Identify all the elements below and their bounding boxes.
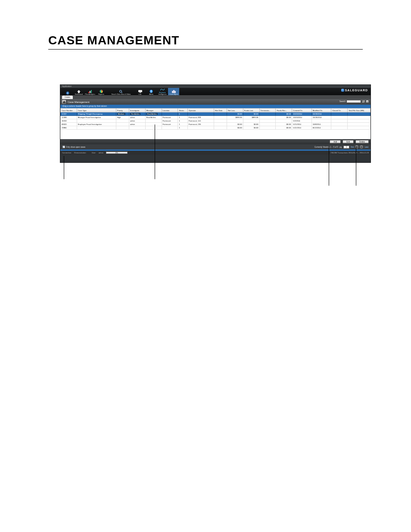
pager-page-label: pg. — [339, 146, 342, 148]
svg-rect-2 — [90, 91, 90, 93]
nav-case-mgmt[interactable]: Case Mgmt — [168, 88, 179, 95]
status-user-value: admin — [99, 152, 103, 154]
cell-closed_on — [331, 116, 348, 119]
cell-case_type: Manager Fraud Investigation — [77, 116, 116, 119]
tab-cases[interactable]: Cases — [62, 96, 73, 99]
col-location[interactable]: Location — [162, 109, 178, 112]
pager-next[interactable]: ► — [360, 145, 363, 149]
pager-last[interactable]: Last — [364, 146, 368, 148]
svg-point-5 — [120, 90, 122, 92]
col-priority[interactable]: Priority — [116, 109, 129, 112]
table-row[interactable]: 89020Employee Fraud InvestigationadminFa… — [61, 123, 371, 126]
cell-manager — [145, 119, 162, 123]
svg-rect-15 — [173, 90, 174, 91]
cell-closed_on — [331, 112, 348, 116]
pager-summary: Currently Viewing 1 – 5 of 5 — [314, 146, 338, 148]
col-investigator[interactable]: Investigator — [129, 109, 145, 112]
svg-rect-3 — [91, 90, 92, 93]
cell-funds_rec: $0.00 — [276, 126, 292, 130]
pager-page-input[interactable]: 1 — [343, 146, 349, 149]
cell-created_on: 10/20/2014 — [292, 116, 311, 119]
cell-modified_on: 8/22/2014 — [311, 126, 331, 130]
search-submit-button[interactable] — [362, 100, 365, 103]
lower-bar: Only show open cases Currently Viewing 1… — [60, 144, 371, 149]
table-row[interactable]: 12207Shipping / Freight DiscrepancyMediu… — [61, 112, 371, 116]
nav-search-data-video[interactable]: Search Data Search Video — [110, 88, 132, 95]
status-progress-pct: 0% — [115, 152, 118, 154]
cell-created_on: 5/2/2014 — [292, 119, 311, 123]
svg-rect-16 — [63, 102, 65, 103]
nav-dashboard[interactable]: Dashboard — [73, 88, 84, 95]
annotation-line-1 — [64, 156, 64, 179]
search-clear-button[interactable]: × — [366, 100, 369, 103]
col-manager[interactable]: Manager — [145, 109, 162, 112]
pager-first[interactable]: first — [351, 146, 354, 148]
cell-priority: High — [116, 116, 129, 119]
cell-case_type: Employee Fraud Investigation — [77, 123, 116, 126]
status-progress-bar: 0% — [106, 152, 128, 154]
cell-status: 1 — [178, 116, 188, 119]
edit-button[interactable]: Edit — [342, 140, 354, 143]
col-funds-rec[interactable]: Funds Rec... — [276, 109, 292, 112]
table-header-row: Case Number Case Type Priority Investiga… — [61, 109, 371, 112]
svg-rect-13 — [151, 92, 151, 93]
svg-rect-12 — [151, 90, 151, 92]
magnifier-icon — [119, 90, 123, 93]
cell-priority: Medium — [116, 112, 129, 116]
table-row[interactable]: 298841$0.00$0.00$0.005/22/20148/22/2014 — [61, 126, 371, 130]
table-row[interactable]: 16310adminFairmount1Fairmount, 1415/2/20… — [61, 119, 371, 123]
table-row[interactable]: 12398Manager Fraud InvestigationHighadmi… — [61, 116, 371, 119]
cell-hire_date — [214, 116, 227, 119]
col-termination[interactable]: Terminatio... — [259, 109, 276, 112]
cell-termination — [259, 126, 276, 130]
back-button[interactable] — [62, 88, 73, 95]
col-file-size[interactable]: Total File Size (MB) — [347, 109, 370, 112]
col-case-number[interactable]: Case Number — [61, 109, 77, 112]
cell-priority — [116, 123, 129, 126]
cell-funds_lost: $899.36 — [243, 116, 259, 119]
cell-manager: Brad Ackles — [145, 112, 162, 116]
cell-investigator: Tim Ackles — [129, 112, 145, 116]
cell-created_on: 5/21/2014 — [292, 123, 311, 126]
cell-status: 1 — [178, 119, 188, 123]
action-bar: Add Edit Delete — [60, 139, 371, 144]
alert-icon — [149, 90, 153, 93]
search-input[interactable] — [346, 100, 361, 103]
cell-location — [162, 126, 178, 130]
col-funds-lost[interactable]: Funds Lost — [243, 109, 259, 112]
col-net-loss[interactable]: Net Loss — [227, 109, 243, 112]
col-hire-date[interactable]: Hire Date — [214, 109, 227, 112]
case-panel-icon — [62, 100, 66, 104]
add-button[interactable]: Add — [330, 140, 341, 143]
col-operator[interactable]: Operator — [188, 109, 214, 112]
nav-live[interactable]: Live — [134, 88, 146, 95]
delete-button[interactable]: Delete — [355, 140, 369, 143]
nav-alerts[interactable]: Alerts — [146, 88, 157, 95]
cell-funds_lost: $0.00 — [243, 112, 259, 116]
cell-status: 1 — [178, 123, 188, 126]
cell-investigator — [129, 126, 145, 130]
cell-file_size — [347, 116, 370, 119]
open-cases-checkbox[interactable]: Only show open cases — [62, 146, 85, 148]
nav-intelligence[interactable]: BusinessIntelligence — [157, 88, 168, 95]
cell-hire_date — [214, 126, 227, 130]
grouping-hint[interactable]: Drag a column header here to group by th… — [60, 105, 371, 108]
tab-strip: Cases — [60, 95, 371, 99]
col-status[interactable]: Status — [178, 109, 188, 112]
cell-net_loss: $899.36 — [227, 116, 243, 119]
col-modified-on[interactable]: Modified On — [311, 109, 331, 112]
status-user-label: User: — [92, 152, 96, 154]
nav-plan-analytics[interactable]: Plan Analytics — [84, 88, 96, 95]
nav-reports[interactable]: Reports — [96, 88, 107, 95]
cell-operator — [188, 112, 214, 116]
cell-net_loss: $0.00 — [227, 123, 243, 126]
cell-hire_date — [214, 123, 227, 126]
col-case-type[interactable]: Case Type — [77, 109, 116, 112]
col-created-on[interactable]: Created On — [292, 109, 311, 112]
cell-operator: Fairmount, 003 — [188, 116, 214, 119]
cell-case_number: 89020 — [61, 123, 77, 126]
cell-file_size — [347, 112, 370, 116]
cell-location: Fairmount — [162, 116, 178, 119]
checkbox-icon — [62, 146, 65, 148]
col-closed-on[interactable]: Closed On — [331, 109, 348, 112]
